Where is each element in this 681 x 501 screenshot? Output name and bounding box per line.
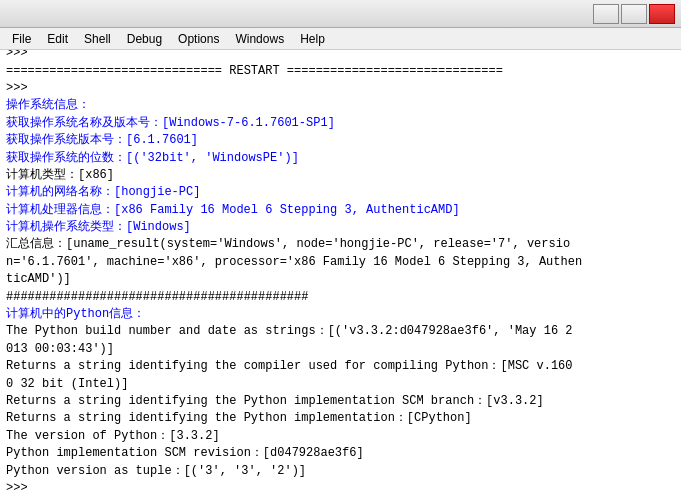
shell-line-19: The Python build number and date as stri… — [6, 323, 675, 340]
shell-line-12: 计算机处理器信息：[x86 Family 16 Model 6 Stepping… — [6, 202, 675, 219]
menu-item-windows[interactable]: Windows — [227, 30, 292, 48]
minimize-button[interactable] — [593, 4, 619, 24]
shell-line-10: 计算机类型：[x86] — [6, 167, 675, 184]
shell-line-7: 获取操作系统名称及版本号：[Windows-7-6.1.7601-SP1] — [6, 115, 675, 132]
shell-line-6: 操作系统信息： — [6, 97, 675, 114]
menu-item-options[interactable]: Options — [170, 30, 227, 48]
menu-item-file[interactable]: File — [4, 30, 39, 48]
shell-line-27: Python version as tuple：[('3', '3', '2')… — [6, 463, 675, 480]
shell-line-4: ============================== RESTART =… — [6, 63, 675, 80]
menu-item-edit[interactable]: Edit — [39, 30, 76, 48]
shell-line-13: 计算机操作系统类型：[Windows] — [6, 219, 675, 236]
menu-bar: FileEditShellDebugOptionsWindowsHelp — [0, 28, 681, 50]
shell-line-28: >>> — [6, 480, 675, 497]
shell-output[interactable]: Python 3.3.2 (v3.3.2:d047928ae3f6, May 1… — [0, 50, 681, 501]
shell-line-11: 计算机的网络名称：[hongjie-PC] — [6, 184, 675, 201]
shell-line-20: 013 00:03:43')] — [6, 341, 675, 358]
menu-item-debug[interactable]: Debug — [119, 30, 170, 48]
close-button[interactable] — [649, 4, 675, 24]
app-icon — [6, 6, 22, 22]
menu-item-help[interactable]: Help — [292, 30, 333, 48]
shell-line-16: ticAMD')] — [6, 271, 675, 288]
shell-line-23: Returns a string identifying the Python … — [6, 393, 675, 410]
shell-line-14: 汇总信息：[uname_result(system='Windows', nod… — [6, 236, 675, 253]
shell-line-5: >>> — [6, 80, 675, 97]
shell-line-3: >>> — [6, 50, 675, 63]
maximize-button[interactable] — [621, 4, 647, 24]
menu-item-shell[interactable]: Shell — [76, 30, 119, 48]
shell-line-22: 0 32 bit (Intel)] — [6, 376, 675, 393]
shell-line-18: 计算机中的Python信息： — [6, 306, 675, 323]
shell-line-26: Python implementation SCM revision：[d047… — [6, 445, 675, 462]
shell-line-25: The version of Python：[3.3.2] — [6, 428, 675, 445]
shell-line-15: n='6.1.7601', machine='x86', processor='… — [6, 254, 675, 271]
window-controls — [593, 4, 675, 24]
title-bar — [0, 0, 681, 28]
shell-line-9: 获取操作系统的位数：[('32bit', 'WindowsPE')] — [6, 150, 675, 167]
shell-line-8: 获取操作系统版本号：[6.1.7601] — [6, 132, 675, 149]
shell-line-17: ########################################… — [6, 289, 675, 306]
shell-line-21: Returns a string identifying the compile… — [6, 358, 675, 375]
shell-line-24: Returns a string identifying the Python … — [6, 410, 675, 427]
